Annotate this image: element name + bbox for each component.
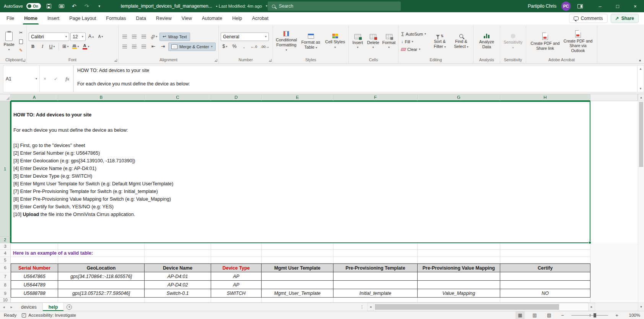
percent-style-button[interactable]: % [230, 43, 239, 51]
cell[interactable] [418, 243, 500, 250]
normal-view-button[interactable]: ▦ [516, 311, 525, 319]
zoom-in-button[interactable]: + [613, 311, 620, 319]
column-header-a[interactable]: A [11, 94, 58, 101]
table-header-pre-provisioning-value-mapping[interactable]: Pre-Provisioning Value Mapping [418, 263, 500, 272]
delete-cells-button[interactable]: Delete▾ [366, 33, 381, 51]
scroll-right-button[interactable]: ▸ [588, 303, 595, 311]
cell-a1[interactable]: HOW TO: Add devices to your site For eac… [11, 101, 590, 243]
ribbon-display-options-button[interactable] [576, 2, 585, 11]
sheet-tab-help[interactable]: help [43, 303, 64, 311]
document-title[interactable]: template_import_devices_full_managemen..… [121, 3, 212, 9]
cell[interactable] [500, 281, 590, 289]
number-dialog-launcher[interactable] [269, 59, 272, 62]
create-pdf-outlook-button[interactable]: Create PDF and Share via Outlook [563, 29, 594, 54]
sensitivity-button[interactable]: Sensitivity ▾ [503, 33, 524, 51]
column-header-c[interactable]: C [145, 94, 211, 101]
font-dialog-launcher[interactable] [114, 59, 117, 62]
increase-indent-button[interactable]: ⇥ [159, 43, 167, 51]
cell[interactable] [333, 298, 418, 303]
comments-button[interactable]: Comments [569, 14, 608, 23]
cell-a4[interactable]: Here is an example of a valid table: [11, 250, 58, 257]
ribbon-tab-help[interactable]: Help [227, 12, 247, 25]
cell[interactable] [58, 298, 145, 303]
touch-mode-button[interactable] [57, 2, 66, 11]
tabs-scroll-left-button[interactable]: ◂ [0, 303, 8, 311]
ribbon-tab-insert[interactable]: Insert [42, 12, 64, 25]
cell[interactable] [262, 257, 333, 263]
column-header-d[interactable]: D [211, 94, 262, 101]
column-header-h[interactable]: H [500, 94, 590, 101]
comma-style-button[interactable]: , [240, 43, 248, 51]
cell[interactable] [333, 281, 418, 289]
ribbon-tab-view[interactable]: View [177, 12, 197, 25]
maximize-button[interactable]: □ [609, 0, 626, 12]
cell[interactable] [58, 257, 145, 263]
bold-button[interactable]: B [29, 43, 37, 51]
accessibility-status-button[interactable]: ✓Accessibility: Investigate [22, 313, 76, 317]
page-layout-view-button[interactable]: ▥ [530, 311, 539, 319]
formula-input[interactable]: HOW TO: Add devices to your site For eac… [73, 65, 637, 92]
ribbon-tab-page-layout[interactable]: Page Layout [64, 12, 101, 25]
alignment-dialog-launcher[interactable] [215, 59, 217, 62]
row-header-9[interactable]: 9 [0, 289, 11, 298]
horizontal-scroll-thumb[interactable] [375, 304, 559, 310]
merge-center-toggle[interactable]: ↔Merge & Center▾ [168, 43, 216, 51]
number-format-select[interactable]: General▾ [221, 33, 269, 41]
cell[interactable] [418, 272, 500, 281]
row-header-7[interactable]: 7 [0, 272, 11, 281]
scroll-up-button[interactable]: ▴ [638, 94, 644, 101]
cell[interactable] [211, 298, 262, 303]
paste-button[interactable]: Paste ▾ [3, 31, 15, 52]
cell[interactable]: AP-D4:02 [145, 281, 211, 289]
top-align-button[interactable] [120, 33, 129, 41]
enter-button[interactable]: ✓ [54, 76, 58, 82]
cell[interactable] [333, 257, 418, 263]
cell[interactable]: U5688788 [11, 289, 58, 298]
table-header-device-name[interactable]: Device Name [145, 263, 211, 272]
cell[interactable]: AP [211, 281, 262, 289]
column-header-e[interactable]: E [262, 94, 333, 101]
ribbon-tab-automate[interactable]: Automate [197, 12, 228, 25]
cell[interactable]: Initial_template [333, 289, 418, 298]
cell[interactable] [262, 250, 333, 257]
table-header-certify[interactable]: Certify [500, 263, 590, 272]
cell[interactable] [11, 243, 58, 250]
format-as-table-button[interactable]: Format as Table ▾ [299, 33, 322, 51]
cell[interactable] [58, 281, 145, 289]
cell[interactable] [262, 272, 333, 281]
search-box[interactable]: Search [268, 2, 401, 11]
cell[interactable]: SWITCH [211, 289, 262, 298]
row-header-8[interactable]: 8 [0, 281, 11, 289]
sheet-tab-devices[interactable]: devices [15, 303, 43, 311]
zoom-thumb[interactable] [594, 313, 596, 317]
cut-button[interactable]: ✂ [17, 29, 25, 37]
decrease-decimal-button[interactable]: .00→ [259, 43, 270, 51]
tab-options-icon[interactable]: ⋮ [357, 303, 367, 311]
table-header-pre-provisioning-template[interactable]: Pre-Provisioning Template [333, 263, 418, 272]
cell[interactable] [418, 250, 500, 257]
clear-button[interactable]: Clear▾ [400, 46, 421, 53]
column-header-g[interactable]: G [418, 94, 500, 101]
increase-font-button[interactable]: A▴ [87, 33, 95, 41]
ribbon-tab-data[interactable]: Data [131, 12, 151, 25]
cell-styles-button[interactable]: Cell Styles ▾ [324, 33, 346, 50]
zoom-out-button[interactable]: − [559, 311, 566, 319]
select-all-button[interactable] [0, 94, 11, 101]
italic-button[interactable]: I [38, 43, 47, 51]
insert-function-button[interactable]: fx [65, 76, 69, 82]
format-cells-button[interactable]: Format▾ [382, 33, 396, 51]
cell[interactable] [145, 257, 211, 263]
ribbon-tab-review[interactable]: Review [151, 12, 177, 25]
cell[interactable] [11, 257, 58, 263]
avatar[interactable]: PC [561, 2, 571, 11]
cell[interactable] [262, 298, 333, 303]
cell[interactable] [333, 250, 418, 257]
fill-color-button[interactable]: ▾ [71, 43, 80, 51]
cell[interactable] [145, 298, 211, 303]
vertical-scroll-track[interactable] [638, 101, 644, 303]
column-header-f[interactable]: F [333, 94, 418, 101]
scroll-down-button[interactable]: ▾ [638, 303, 644, 311]
font-size-select[interactable]: 12▾ [70, 33, 86, 41]
column-header-b[interactable]: B [58, 94, 145, 101]
ribbon-tab-home[interactable]: Home [19, 12, 42, 25]
